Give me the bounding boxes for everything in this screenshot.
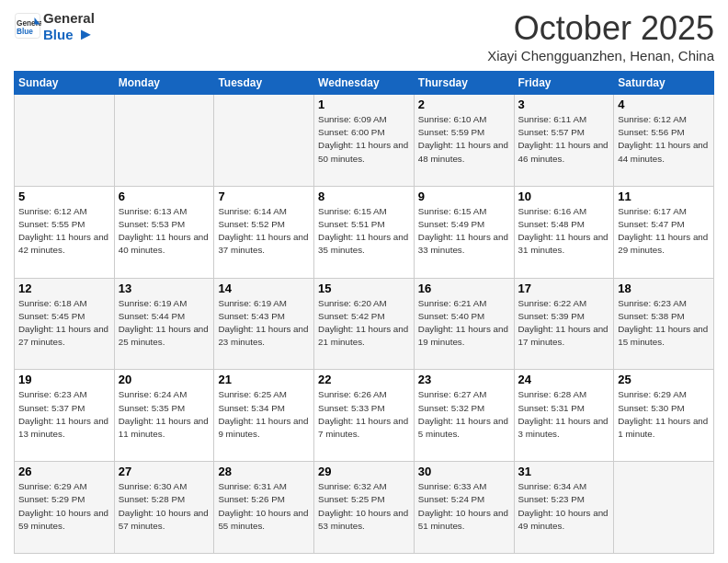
calendar-cell: 2Sunrise: 6:10 AMSunset: 5:59 PMDaylight… xyxy=(414,95,514,187)
day-info: Sunrise: 6:13 AMSunset: 5:53 PMDaylight:… xyxy=(119,205,210,258)
day-number: 8 xyxy=(318,190,410,203)
day-info: Sunrise: 6:33 AMSunset: 5:24 PMDaylight:… xyxy=(418,480,510,533)
day-info: Sunrise: 6:22 AMSunset: 5:39 PMDaylight:… xyxy=(518,297,610,350)
day-info: Sunrise: 6:10 AMSunset: 5:59 PMDaylight:… xyxy=(418,113,510,166)
calendar-cell: 13Sunrise: 6:19 AMSunset: 5:44 PMDayligh… xyxy=(114,278,214,370)
calendar-week-row: 1Sunrise: 6:09 AMSunset: 6:00 PMDaylight… xyxy=(15,95,714,187)
svg-text:Blue: Blue xyxy=(17,28,33,36)
day-info: Sunrise: 6:18 AMSunset: 5:45 PMDaylight:… xyxy=(18,297,110,350)
calendar-cell: 16Sunrise: 6:21 AMSunset: 5:40 PMDayligh… xyxy=(414,278,514,370)
month-title: October 2025 xyxy=(487,9,714,48)
calendar-cell: 24Sunrise: 6:28 AMSunset: 5:31 PMDayligh… xyxy=(514,370,614,462)
day-number: 11 xyxy=(618,190,710,203)
calendar-cell: 1Sunrise: 6:09 AMSunset: 6:00 PMDaylight… xyxy=(314,95,415,187)
col-thursday: Thursday xyxy=(414,72,514,95)
day-info: Sunrise: 6:15 AMSunset: 5:49 PMDaylight:… xyxy=(418,205,510,258)
calendar-cell: 28Sunrise: 6:31 AMSunset: 5:26 PMDayligh… xyxy=(214,462,314,554)
calendar-cell: 9Sunrise: 6:15 AMSunset: 5:49 PMDaylight… xyxy=(414,186,514,278)
calendar-cell: 30Sunrise: 6:33 AMSunset: 5:24 PMDayligh… xyxy=(414,462,514,554)
calendar-cell: 22Sunrise: 6:26 AMSunset: 5:33 PMDayligh… xyxy=(314,370,415,462)
logo-icon: General Blue xyxy=(14,12,41,40)
day-info: Sunrise: 6:09 AMSunset: 6:00 PMDaylight:… xyxy=(318,113,410,166)
calendar-cell: 10Sunrise: 6:16 AMSunset: 5:48 PMDayligh… xyxy=(514,186,614,278)
header: General Blue General Blue ► October 2025… xyxy=(14,9,714,63)
day-number: 26 xyxy=(18,465,110,478)
page: General Blue General Blue ► October 2025… xyxy=(0,0,728,563)
day-number: 17 xyxy=(518,282,610,295)
calendar-cell xyxy=(15,95,115,187)
day-number: 19 xyxy=(18,373,110,386)
day-number: 18 xyxy=(618,282,710,295)
calendar-header-row: Sunday Monday Tuesday Wednesday Thursday… xyxy=(15,72,714,95)
day-info: Sunrise: 6:25 AMSunset: 5:34 PMDaylight:… xyxy=(218,388,310,441)
calendar-cell: 21Sunrise: 6:25 AMSunset: 5:34 PMDayligh… xyxy=(214,370,314,462)
calendar-cell: 19Sunrise: 6:23 AMSunset: 5:37 PMDayligh… xyxy=(15,370,115,462)
col-sunday: Sunday xyxy=(15,72,115,95)
day-info: Sunrise: 6:20 AMSunset: 5:42 PMDaylight:… xyxy=(318,297,410,350)
day-number: 25 xyxy=(618,373,710,386)
calendar-cell: 18Sunrise: 6:23 AMSunset: 5:38 PMDayligh… xyxy=(614,278,714,370)
day-number: 21 xyxy=(218,373,310,386)
day-number: 23 xyxy=(418,373,510,386)
day-info: Sunrise: 6:29 AMSunset: 5:30 PMDaylight:… xyxy=(618,388,710,441)
day-info: Sunrise: 6:21 AMSunset: 5:40 PMDaylight:… xyxy=(418,297,510,350)
day-info: Sunrise: 6:23 AMSunset: 5:38 PMDaylight:… xyxy=(618,297,710,350)
calendar-cell: 14Sunrise: 6:19 AMSunset: 5:43 PMDayligh… xyxy=(214,278,314,370)
calendar-cell: 23Sunrise: 6:27 AMSunset: 5:32 PMDayligh… xyxy=(414,370,514,462)
day-number: 1 xyxy=(318,98,410,111)
col-monday: Monday xyxy=(114,72,214,95)
day-number: 2 xyxy=(418,98,510,111)
col-saturday: Saturday xyxy=(614,72,714,95)
day-number: 22 xyxy=(318,373,410,386)
logo-blue-text: Blue xyxy=(43,27,74,42)
calendar-cell: 20Sunrise: 6:24 AMSunset: 5:35 PMDayligh… xyxy=(114,370,214,462)
day-info: Sunrise: 6:15 AMSunset: 5:51 PMDaylight:… xyxy=(318,205,410,258)
calendar-week-row: 26Sunrise: 6:29 AMSunset: 5:29 PMDayligh… xyxy=(15,462,714,554)
calendar-cell: 31Sunrise: 6:34 AMSunset: 5:23 PMDayligh… xyxy=(514,462,614,554)
calendar-cell: 12Sunrise: 6:18 AMSunset: 5:45 PMDayligh… xyxy=(15,278,115,370)
day-info: Sunrise: 6:31 AMSunset: 5:26 PMDaylight:… xyxy=(218,480,310,533)
day-number: 4 xyxy=(618,98,710,111)
logo: General Blue General Blue ► xyxy=(14,9,95,42)
day-info: Sunrise: 6:14 AMSunset: 5:52 PMDaylight:… xyxy=(218,205,310,258)
calendar-cell: 4Sunrise: 6:12 AMSunset: 5:56 PMDaylight… xyxy=(614,95,714,187)
day-number: 24 xyxy=(518,373,610,386)
day-number: 31 xyxy=(518,465,610,478)
calendar-cell: 3Sunrise: 6:11 AMSunset: 5:57 PMDaylight… xyxy=(514,95,614,187)
calendar-cell: 26Sunrise: 6:29 AMSunset: 5:29 PMDayligh… xyxy=(15,462,115,554)
calendar-cell: 11Sunrise: 6:17 AMSunset: 5:47 PMDayligh… xyxy=(614,186,714,278)
calendar-cell: 7Sunrise: 6:14 AMSunset: 5:52 PMDaylight… xyxy=(214,186,314,278)
title-block: October 2025 Xiayi Chengguanzhen, Henan,… xyxy=(487,9,714,63)
calendar-cell: 25Sunrise: 6:29 AMSunset: 5:30 PMDayligh… xyxy=(614,370,714,462)
calendar-cell xyxy=(214,95,314,187)
logo-arrow: ► xyxy=(78,25,95,43)
day-info: Sunrise: 6:11 AMSunset: 5:57 PMDaylight:… xyxy=(518,113,610,166)
day-info: Sunrise: 6:34 AMSunset: 5:23 PMDaylight:… xyxy=(518,480,610,533)
day-number: 10 xyxy=(518,190,610,203)
calendar-week-row: 5Sunrise: 6:12 AMSunset: 5:55 PMDaylight… xyxy=(15,186,714,278)
day-number: 3 xyxy=(518,98,610,111)
calendar-cell: 5Sunrise: 6:12 AMSunset: 5:55 PMDaylight… xyxy=(15,186,115,278)
day-info: Sunrise: 6:17 AMSunset: 5:47 PMDaylight:… xyxy=(618,205,710,258)
calendar-cell xyxy=(114,95,214,187)
col-tuesday: Tuesday xyxy=(214,72,314,95)
col-wednesday: Wednesday xyxy=(314,72,415,95)
day-info: Sunrise: 6:27 AMSunset: 5:32 PMDaylight:… xyxy=(418,388,510,441)
calendar-cell: 17Sunrise: 6:22 AMSunset: 5:39 PMDayligh… xyxy=(514,278,614,370)
calendar-cell xyxy=(614,462,714,554)
day-number: 15 xyxy=(318,282,410,295)
calendar-cell: 29Sunrise: 6:32 AMSunset: 5:25 PMDayligh… xyxy=(314,462,415,554)
day-info: Sunrise: 6:23 AMSunset: 5:37 PMDaylight:… xyxy=(18,388,110,441)
day-number: 14 xyxy=(218,282,310,295)
day-number: 7 xyxy=(218,190,310,203)
day-number: 27 xyxy=(119,465,210,478)
day-number: 16 xyxy=(418,282,510,295)
day-info: Sunrise: 6:24 AMSunset: 5:35 PMDaylight:… xyxy=(119,388,210,441)
calendar: Sunday Monday Tuesday Wednesday Thursday… xyxy=(14,71,714,554)
day-info: Sunrise: 6:16 AMSunset: 5:48 PMDaylight:… xyxy=(518,205,610,258)
day-info: Sunrise: 6:30 AMSunset: 5:28 PMDaylight:… xyxy=(119,480,210,533)
day-info: Sunrise: 6:29 AMSunset: 5:29 PMDaylight:… xyxy=(18,480,110,533)
day-info: Sunrise: 6:28 AMSunset: 5:31 PMDaylight:… xyxy=(518,388,610,441)
day-number: 6 xyxy=(119,190,210,203)
day-info: Sunrise: 6:19 AMSunset: 5:44 PMDaylight:… xyxy=(119,297,210,350)
